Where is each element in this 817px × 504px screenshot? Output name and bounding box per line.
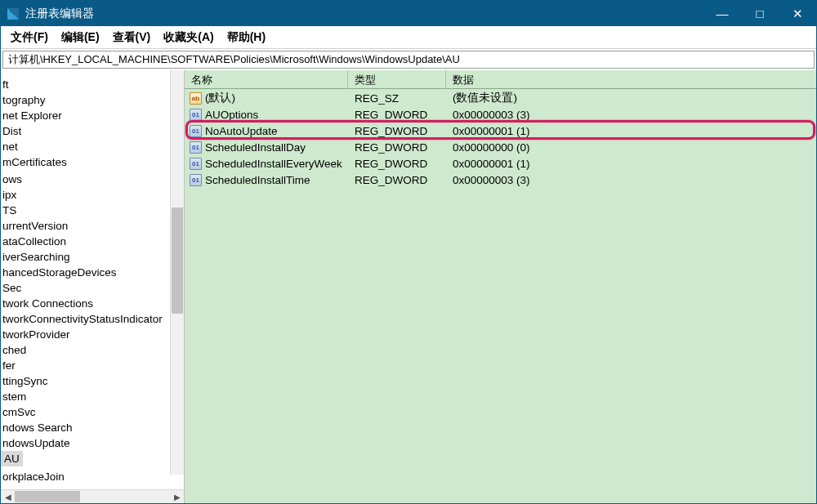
value-name-cell: 01ScheduledInstallDay	[185, 141, 348, 154]
tree-item[interactable]: ched	[1, 342, 169, 358]
tree-item[interactable]: Dist	[1, 123, 169, 139]
value-type-cell: REG_SZ	[348, 92, 446, 105]
tree-item[interactable]: ows	[1, 172, 169, 187]
content-area: fttographynet ExplorerDistnetmCertificat…	[1, 70, 816, 503]
value-type-cell: REG_DWORD	[348, 174, 446, 186]
value-data-cell: 0x00000000 (0)	[446, 141, 816, 154]
value-row[interactable]: 01AUOptionsREG_DWORD0x00000003 (3)	[185, 106, 816, 123]
tree-item[interactable]: twork Connections	[1, 296, 169, 311]
tree-item[interactable]: ndows Search	[1, 420, 169, 435]
dword-value-icon: 01	[190, 158, 202, 170]
tree-item[interactable]: mCertificates	[1, 154, 169, 170]
tree-item[interactable]: ttingSync	[1, 373, 169, 389]
menu-edit[interactable]: 编辑(E)	[55, 28, 106, 47]
tree-pane: fttographynet ExplorerDistnetmCertificat…	[1, 70, 185, 503]
tree-item[interactable]: ft	[1, 77, 169, 92]
tree-item[interactable]: Sec	[1, 280, 169, 296]
close-button[interactable]: ✕	[779, 1, 816, 26]
titlebar[interactable]: 注册表编辑器 — □ ✕	[1, 1, 816, 26]
values-pane: 名称 类型 数据 ab(默认)REG_SZ(数值未设置)01AUOptionsR…	[185, 70, 816, 503]
tree-horizontal-thumb[interactable]	[15, 491, 80, 502]
value-name-label: ScheduledInstallEveryWeek	[205, 158, 342, 170]
values-list: ab(默认)REG_SZ(数值未设置)01AUOptionsREG_DWORD0…	[185, 89, 816, 503]
dword-value-icon: 01	[190, 141, 202, 154]
value-data-cell: 0x00000001 (1)	[446, 158, 816, 170]
value-type-cell: REG_DWORD	[348, 141, 446, 154]
tree-item[interactable]: AU	[1, 451, 23, 466]
value-data-cell: 0x00000003 (3)	[446, 174, 816, 186]
tree-item[interactable]: urrentVersion	[1, 218, 169, 234]
tree-vertical-thumb[interactable]	[172, 207, 183, 314]
tree-item[interactable]: ipx	[1, 187, 169, 203]
column-header-type[interactable]: 类型	[348, 70, 446, 88]
value-data-cell: 0x00000001 (1)	[446, 125, 816, 137]
tree-item[interactable]: tworkProvider	[1, 327, 169, 342]
value-name-label: AUOptions	[205, 109, 258, 121]
scroll-left-arrow-icon[interactable]: ◀	[1, 490, 15, 504]
menu-help[interactable]: 帮助(H)	[221, 28, 272, 47]
tree-vertical-scrollbar[interactable]	[170, 70, 184, 475]
tree-item[interactable]: orkplaceJoin	[1, 469, 169, 484]
value-type-cell: REG_DWORD	[348, 109, 446, 121]
value-row[interactable]: ab(默认)REG_SZ(数值未设置)	[185, 90, 816, 106]
regedit-icon	[7, 8, 19, 20]
scroll-right-arrow-icon[interactable]: ▶	[170, 490, 184, 504]
address-bar[interactable]: 计算机\HKEY_LOCAL_MACHINE\SOFTWARE\Policies…	[2, 51, 815, 69]
value-name-label: ScheduledInstallDay	[205, 141, 306, 154]
tree-item[interactable]: ataCollection	[1, 234, 169, 249]
column-header-row: 名称 类型 数据	[185, 70, 816, 89]
address-text: 计算机\HKEY_LOCAL_MACHINE\SOFTWARE\Policies…	[8, 52, 460, 67]
value-name-cell: ab(默认)	[185, 91, 348, 105]
tree-horizontal-track[interactable]	[15, 490, 170, 503]
window-title: 注册表编辑器	[25, 7, 703, 21]
tree-list: fttographynet ExplorerDistnetmCertificat…	[1, 70, 169, 484]
string-value-icon: ab	[190, 92, 202, 105]
value-name-cell: 01AUOptions	[185, 109, 348, 121]
column-header-name[interactable]: 名称	[185, 70, 348, 88]
tree-item[interactable]: ndowsUpdate	[1, 435, 169, 451]
value-name-label: (默认)	[205, 91, 235, 105]
tree-scroll-area: fttographynet ExplorerDistnetmCertificat…	[1, 70, 184, 489]
minimize-button[interactable]: —	[703, 1, 741, 26]
tree-item[interactable]: iverSearching	[1, 249, 169, 265]
window-controls: — □ ✕	[703, 1, 816, 26]
column-header-data[interactable]: 数据	[446, 70, 816, 88]
dword-value-icon: 01	[190, 125, 202, 137]
value-name-label: ScheduledInstallTime	[205, 174, 310, 186]
tree-horizontal-scrollbar[interactable]: ◀ ▶	[1, 489, 184, 503]
menu-view[interactable]: 查看(V)	[106, 28, 158, 47]
maximize-button[interactable]: □	[741, 1, 779, 26]
value-row[interactable]: 01ScheduledInstallDayREG_DWORD0x00000000…	[185, 139, 816, 155]
value-name-cell: 01NoAutoUpdate	[185, 125, 348, 137]
value-data-cell: (数值未设置)	[446, 91, 816, 105]
tree-item[interactable]: fer	[1, 358, 169, 373]
value-row[interactable]: 01ScheduledInstallTimeREG_DWORD0x0000000…	[185, 172, 816, 188]
value-name-cell: 01ScheduledInstallTime	[185, 174, 348, 186]
tree-item[interactable]: TS	[1, 203, 169, 218]
tree-item[interactable]: hancedStorageDevices	[1, 265, 169, 280]
value-type-cell: REG_DWORD	[348, 125, 446, 137]
value-row[interactable]: 01ScheduledInstallEveryWeekREG_DWORD0x00…	[185, 155, 816, 172]
registry-editor-window: 注册表编辑器 — □ ✕ 文件(F) 编辑(E) 查看(V) 收藏夹(A) 帮助…	[0, 0, 817, 504]
value-name-label: NoAutoUpdate	[205, 125, 278, 137]
menu-favorites[interactable]: 收藏夹(A)	[157, 28, 220, 47]
value-row[interactable]: 01NoAutoUpdateREG_DWORD0x00000001 (1)	[185, 123, 816, 139]
tree-item[interactable]: cmSvc	[1, 404, 169, 420]
tree-item[interactable]: net Explorer	[1, 108, 169, 123]
tree-item[interactable]: stem	[1, 389, 169, 404]
value-data-cell: 0x00000003 (3)	[446, 109, 816, 121]
dword-value-icon: 01	[190, 109, 202, 121]
tree-item[interactable]: tworkConnectivityStatusIndicator	[1, 311, 169, 327]
tree-item[interactable]: net	[1, 139, 169, 154]
menu-file[interactable]: 文件(F)	[4, 28, 55, 47]
tree-item[interactable]: tography	[1, 92, 169, 108]
dword-value-icon: 01	[190, 174, 202, 186]
menubar: 文件(F) 编辑(E) 查看(V) 收藏夹(A) 帮助(H)	[1, 26, 816, 49]
value-type-cell: REG_DWORD	[348, 158, 446, 170]
value-name-cell: 01ScheduledInstallEveryWeek	[185, 158, 348, 170]
